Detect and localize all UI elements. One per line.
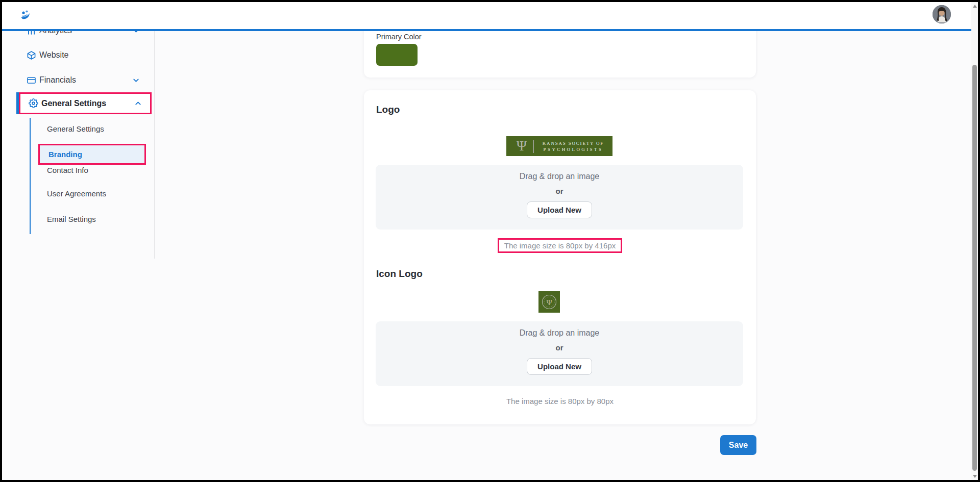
logo-wordmark-line1: KANSAS SOCIETY OF	[534, 141, 612, 146]
save-button[interactable]: Save	[720, 435, 756, 455]
upload-new-button[interactable]: Upload New	[527, 358, 592, 375]
logo-size-note: The image size is 80px by 416px	[498, 238, 622, 253]
logo-dropzone[interactable]: Drag & drop an image or Upload New	[376, 165, 743, 230]
logo-size-note-row: The image size is 80px by 416px	[364, 238, 756, 253]
gear-icon	[29, 98, 38, 108]
subitem-label: General Settings	[47, 124, 104, 133]
vertical-scrollbar[interactable]	[971, 2, 978, 480]
chevron-down-icon	[132, 31, 140, 35]
brand-logo-icon[interactable]	[19, 9, 32, 22]
content-region: Analytics Website	[2, 31, 971, 480]
sidebar-subitem-branding[interactable]: Branding	[38, 144, 146, 165]
user-avatar[interactable]	[933, 5, 951, 23]
psi-symbol: Ψ	[546, 298, 552, 307]
logo-section-title: Logo	[376, 104, 400, 115]
psi-symbol: Ψ	[517, 139, 527, 153]
primary-color-swatch[interactable]	[376, 44, 418, 66]
sidebar-subitem-general-settings[interactable]: General Settings	[33, 121, 150, 136]
app-window: Analytics Website	[2, 2, 978, 480]
sidebar-item-label: General Settings	[41, 99, 106, 108]
subitem-label: Branding	[48, 150, 82, 159]
dropzone-or-label: or	[556, 187, 564, 195]
icon-logo-size-note: The image size is 80px by 80px	[506, 397, 614, 405]
icon-logo-section-title: Icon Logo	[376, 268, 423, 280]
current-icon-logo-image: Ψ	[538, 291, 560, 313]
submenu-indent-guide	[30, 118, 31, 234]
subitem-label: Email Settings	[47, 215, 96, 223]
primary-color-label: Primary Color	[376, 33, 422, 41]
current-logo-image: Ψ KANSAS SOCIETY OF PSYCHOLOGISTS	[506, 136, 612, 156]
bar-chart-icon	[27, 31, 36, 36]
sidebar-divider	[154, 31, 155, 259]
branding-card: Logo Ψ KANSAS SOCIETY OF PSYCHOLOGISTS D…	[364, 90, 756, 424]
sidebar: Analytics Website	[2, 31, 154, 480]
scroll-down-arrow-icon[interactable]	[973, 475, 977, 478]
icon-logo-size-note-row: The image size is 80px by 80px	[364, 397, 756, 405]
dropzone-label: Drag & drop an image	[520, 172, 600, 181]
sidebar-item-analytics[interactable]: Analytics	[2, 31, 154, 41]
sidebar-subitem-email-settings[interactable]: Email Settings	[33, 211, 150, 226]
sidebar-item-label: Website	[39, 50, 69, 60]
sidebar-item-website[interactable]: Website	[2, 45, 154, 65]
scroll-up-arrow-icon[interactable]	[973, 5, 977, 8]
credit-card-icon	[27, 75, 36, 85]
logo-wordmark: KANSAS SOCIETY OF PSYCHOLOGISTS	[534, 141, 612, 152]
sidebar-subitem-user-agreements[interactable]: User Agreements	[33, 186, 150, 201]
subitem-label: Contact Info	[47, 166, 88, 174]
sidebar-subitem-contact-info[interactable]: Contact Info	[33, 162, 150, 177]
top-bar	[2, 2, 971, 31]
chevron-up-icon	[134, 99, 142, 108]
dropzone-or-label: or	[556, 343, 564, 352]
cube-icon	[27, 50, 36, 60]
scrollbar-thumb[interactable]	[972, 65, 977, 471]
sidebar-item-financials[interactable]: Financials	[2, 70, 154, 90]
primary-color-card: Primary Color	[364, 31, 756, 78]
sidebar-item-label: Financials	[39, 75, 76, 85]
sidebar-item-label: Analytics	[39, 31, 72, 35]
screenshot-frame: Analytics Website	[0, 0, 980, 482]
icon-logo-dropzone[interactable]: Drag & drop an image or Upload New	[376, 321, 743, 386]
subitem-label: User Agreements	[47, 189, 106, 198]
sidebar-item-general-settings[interactable]: General Settings	[19, 92, 152, 114]
logo-wordmark-line2: PSYCHOLOGISTS	[534, 147, 612, 152]
upload-new-button[interactable]: Upload New	[527, 201, 592, 218]
dropzone-label: Drag & drop an image	[520, 328, 600, 338]
chevron-down-icon	[132, 76, 140, 85]
